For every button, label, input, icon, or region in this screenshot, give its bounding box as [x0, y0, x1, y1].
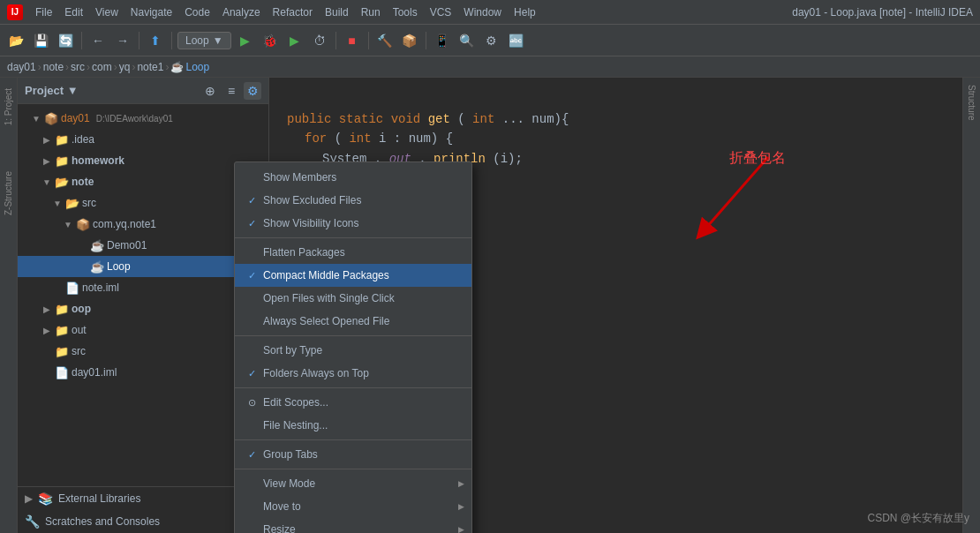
ctx-resize[interactable]: Resize — [235, 518, 471, 533]
toolbar-forward-btn[interactable]: → — [112, 30, 133, 51]
collapse-all-icon[interactable]: ≡ — [222, 82, 240, 100]
menu-help[interactable]: Help — [509, 4, 541, 20]
run-config-arrow: ▼ — [213, 34, 223, 47]
toolbar-sync-btn[interactable]: 🔄 — [55, 30, 76, 51]
menu-navigate[interactable]: Navigate — [125, 4, 177, 20]
toolbar-stop-btn[interactable]: ■ — [342, 30, 363, 51]
structure-strip-label[interactable]: Z-Structure — [2, 168, 15, 219]
toolbar-translate-btn[interactable]: 🔤 — [506, 30, 527, 51]
menu-analyze[interactable]: Analyze — [217, 4, 266, 20]
ctx-move-to[interactable]: Move to — [235, 495, 471, 518]
breadcrumb-com[interactable]: com — [92, 61, 112, 73]
ctx-edit-scopes[interactable]: ⊙ Edit Scopes... — [235, 391, 471, 414]
menu-bar: File Edit View Navigate Code Analyze Ref… — [30, 4, 792, 20]
ctx-compact-middle[interactable]: ✓ Compact Middle Packages — [235, 264, 471, 287]
tree-item-note[interactable]: ▼ 📂 note — [18, 171, 268, 192]
ctx-show-excluded[interactable]: ✓ Show Excluded Files — [235, 189, 471, 212]
keyword-static: static — [339, 112, 383, 126]
scratches-item[interactable]: 🔧 Scratches and Consoles — [18, 510, 268, 533]
tree-item-oop[interactable]: ▶ 📁 oop — [18, 298, 268, 319]
toolbar-save-btn[interactable]: 💾 — [30, 30, 51, 51]
project-tree: ▼ 📦 day01 D:\IDEAwork\day01 ▶ 📁 .idea ▶ … — [18, 104, 268, 486]
ctx-group-tabs[interactable]: ✓ Group Tabs — [235, 443, 471, 466]
tree-item-homework[interactable]: ▶ 📁 homework — [18, 150, 268, 171]
breadcrumb-yq[interactable]: yq — [119, 61, 131, 73]
ctx-sort-by-type[interactable]: Sort by Type — [235, 339, 471, 362]
tree-item-note-iml[interactable]: 📄 note.iml — [18, 277, 268, 298]
toolbar-back-btn[interactable]: ← — [87, 30, 109, 51]
check-group-tabs: ✓ — [245, 449, 258, 461]
sep1 — [235, 237, 471, 238]
window-title: day01 - Loop.java [note] - IntelliJ IDEA — [792, 6, 973, 19]
add-content-root-icon[interactable]: ⊕ — [201, 82, 219, 100]
toolbar-artifacts-btn[interactable]: 📦 — [399, 30, 420, 51]
tree-item-demo01[interactable]: ☕ Demo01 — [18, 235, 268, 256]
breadcrumb-note1[interactable]: note1 — [137, 61, 163, 73]
menu-build[interactable]: Build — [320, 4, 354, 20]
tree-item-src[interactable]: ▼ 📂 src — [18, 192, 268, 214]
structure-right-label[interactable]: Structure — [965, 81, 978, 124]
ctx-always-select[interactable]: Always Select Opened File — [235, 310, 471, 333]
settings-gear-icon[interactable]: ⚙ — [244, 82, 261, 100]
breadcrumb-loop[interactable]: ☕Loop — [170, 61, 209, 73]
scratches-icon: 🔧 — [25, 514, 40, 529]
ctx-open-single-click[interactable]: Open Files with Single Click — [235, 287, 471, 310]
ctx-flatten-packages[interactable]: Flatten Packages — [235, 241, 471, 264]
tree-label-note-iml: note.iml — [82, 282, 119, 294]
project-strip-label[interactable]: 1: Project — [2, 85, 15, 129]
tree-item-day01-iml[interactable]: 📄 day01.iml — [18, 362, 268, 383]
toolbar-settings-btn[interactable]: ⚙ — [481, 30, 502, 51]
toolbar-debug-btn[interactable]: 🐞 — [260, 30, 281, 51]
toolbar-device-btn[interactable]: 📱 — [432, 30, 453, 51]
java-icon-loop: ☕ — [90, 260, 104, 274]
check-show-visibility: ✓ — [245, 218, 258, 229]
breadcrumb: day01 › note › src › com › yq › note1 › … — [0, 56, 980, 78]
ctx-show-members[interactable]: Show Members — [235, 166, 471, 189]
toolbar-profile-btn[interactable]: ⏱ — [309, 30, 330, 51]
tree-arrow-idea: ▶ — [41, 135, 52, 145]
label-flatten: Flatten Packages — [263, 246, 461, 259]
tree-item-idea[interactable]: ▶ 📁 .idea — [18, 129, 268, 150]
menu-tools[interactable]: Tools — [388, 4, 423, 20]
menu-refactor[interactable]: Refactor — [268, 4, 318, 20]
run-config-selector[interactable]: Loop ▼ — [177, 32, 231, 49]
menu-vcs[interactable]: VCS — [425, 4, 457, 20]
keyword-int2: int — [349, 131, 371, 146]
ctx-view-mode[interactable]: View Mode — [235, 472, 471, 495]
sep2 — [139, 32, 139, 49]
arrow-container: 折叠包名 — [680, 148, 786, 260]
toolbar-open-btn[interactable]: 📂 — [5, 30, 26, 51]
toolbar-up-btn[interactable]: ⬆ — [145, 30, 166, 51]
menu-run[interactable]: Run — [356, 4, 386, 20]
toolbar-build-btn[interactable]: 🔨 — [374, 30, 396, 51]
menu-code[interactable]: Code — [179, 4, 215, 20]
sep5 — [235, 469, 471, 469]
menu-edit[interactable]: Edit — [59, 4, 88, 20]
ctx-show-visibility[interactable]: ✓ Show Visibility Icons — [235, 212, 471, 235]
tree-item-src2[interactable]: 📁 src — [18, 341, 268, 362]
label-single-click: Open Files with Single Click — [263, 292, 461, 304]
tree-label-idea: .idea — [72, 133, 94, 146]
module-icon: 📦 — [44, 112, 58, 125]
tree-item-loop[interactable]: ☕ Loop — [18, 256, 268, 277]
tree-item-day01[interactable]: ▼ 📦 day01 D:\IDEAwork\day01 — [18, 108, 268, 129]
check-folders-top: ✓ — [245, 368, 258, 379]
ctx-file-nesting[interactable]: File Nesting... — [235, 414, 471, 437]
title-bar: IJ File Edit View Navigate Code Analyze … — [0, 0, 980, 25]
run-config-label: Loop — [185, 34, 209, 47]
check-show-excluded: ✓ — [245, 195, 258, 206]
external-libraries-icon: ▶ — [25, 492, 33, 505]
breadcrumb-src[interactable]: src — [71, 61, 85, 73]
toolbar-search-everywhere-btn[interactable]: 🔍 — [456, 30, 478, 51]
breadcrumb-note[interactable]: note — [43, 61, 64, 73]
breadcrumb-day01[interactable]: day01 — [7, 61, 36, 73]
menu-window[interactable]: Window — [458, 4, 507, 20]
toolbar-run-coverage-btn[interactable]: ▶ — [284, 30, 305, 51]
toolbar-run-btn[interactable]: ▶ — [235, 30, 256, 51]
external-libraries-item[interactable]: ▶ 📚 External Libraries — [18, 487, 268, 510]
menu-view[interactable]: View — [90, 4, 124, 20]
tree-item-out[interactable]: ▶ 📁 out — [18, 319, 268, 341]
ctx-folders-on-top[interactable]: ✓ Folders Always on Top — [235, 362, 471, 385]
tree-item-package[interactable]: ▼ 📦 com.yq.note1 — [18, 214, 268, 235]
menu-file[interactable]: File — [30, 4, 57, 20]
